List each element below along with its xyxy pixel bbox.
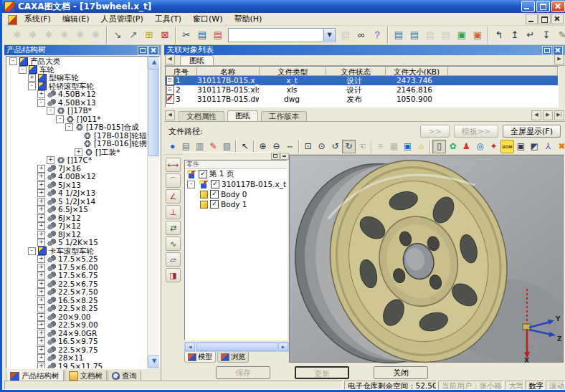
scroll-right-icon[interactable]: ▶ [278,343,288,351]
rotate-free-icon[interactable]: ↻ [342,140,356,153]
tree-expander-icon[interactable]: - [56,115,64,123]
step-up-icon[interactable]: ↥ [507,27,523,43]
tree-expander-icon[interactable]: + [37,330,45,338]
menu-item[interactable]: 工具(T) [149,13,187,25]
tree-expander-icon[interactable]: + [37,363,45,369]
archive-out-icon[interactable]: ✱ [25,27,41,43]
model-tree-item[interactable]: ✓第 1 页 [185,169,287,179]
step-return-icon[interactable]: ↵ [523,27,538,43]
search-combo-input[interactable] [229,29,323,41]
tree-expander-icon[interactable]: + [37,189,45,197]
step-back-icon[interactable]: ↰ [491,27,507,43]
model-tree-hscrollbar[interactable]: ◀ ▶ [184,342,289,352]
checkbox[interactable]: ✓ [210,200,219,209]
measure-radius-icon[interactable]: ⌒ [166,173,181,188]
template-button[interactable]: 模板>> [454,125,498,138]
tree-scrollbar[interactable]: ▲ ▼ [147,57,159,368]
combo-dropdown-icon[interactable]: ▼ [323,29,335,41]
copy-ref-icon[interactable]: ▤ [391,27,407,43]
tab-scroll-left-icon[interactable]: ◀ [165,110,175,120]
tree-expander-icon[interactable]: + [28,74,36,82]
scroll-down-icon[interactable]: ▼ [148,355,160,368]
step-down-icon[interactable]: ↧ [538,27,554,43]
shade-mode-icon[interactable]: ● [166,140,179,153]
layers-icon[interactable]: ≡ [374,140,387,153]
tree-item[interactable]: +17.5×5.25 [6,255,147,264]
new-doc-icon[interactable]: ⊞ [141,27,157,43]
tree-expander-icon[interactable]: + [37,181,45,189]
object-embed-icon[interactable]: ▣ [470,27,485,43]
measure-distance-icon[interactable]: ⟷ [166,158,181,172]
explode-icon[interactable]: ✖ [555,140,565,153]
batch-icon[interactable]: ✱ [88,27,104,43]
tree-item[interactable]: +7J×12 [6,222,147,231]
rotate-view-icon[interactable]: ↺ [328,140,342,153]
tree-expander-icon[interactable]: - [9,57,17,65]
column-header[interactable] [448,67,558,76]
model-tree-item[interactable]: ✓Body 0 [185,189,287,199]
import-doc-icon[interactable]: ↘ [110,27,125,43]
close-panel-button[interactable] [553,46,563,55]
measure-angle-icon[interactable]: ∠ [166,189,181,204]
restore-button[interactable] [536,1,550,12]
cut-icon[interactable]: ✂ [179,27,194,43]
close-button[interactable] [551,1,565,12]
tree-item[interactable]: +22.5×9.00 [6,321,147,330]
pin-panel-button[interactable] [138,46,148,55]
tree-item[interactable]: +6.5J×15 [6,206,147,214]
more-button[interactable]: >> [420,125,449,138]
user-screen-icon[interactable]: ♟ [460,140,473,153]
hide-panel-button[interactable] [280,153,289,160]
team-icon[interactable]: ✿ [446,140,460,153]
tree-expander-icon[interactable]: + [37,90,45,98]
tree-expander-icon[interactable]: + [37,280,45,288]
tree-expander-icon[interactable]: + [37,173,45,181]
model-tree-item[interactable]: ✓Body 1 [185,199,287,209]
tree-expander-icon[interactable]: - [28,82,36,90]
light-icon[interactable]: ☼ [414,140,428,153]
model-tree-item[interactable]: -✓310117B-015.x_t [185,179,287,189]
mdi-close-button[interactable] [551,14,564,24]
scroll-left-icon[interactable]: ◀ [185,343,195,351]
object-link-icon[interactable]: ▣ [454,27,470,43]
tree-expander-icon[interactable]: + [37,288,45,296]
pin-panel-button[interactable] [542,46,552,55]
tree-expander-icon[interactable]: - [19,66,27,74]
tree-expander-icon[interactable]: + [37,264,45,272]
tab-scroll-end-icon[interactable]: ▶| [554,110,564,120]
copy-struct-icon[interactable]: ▤ [407,27,422,43]
tree-expander-icon[interactable]: + [47,156,54,164]
wheel-3d-view[interactable]: X Y Z [289,155,564,363]
tree-item[interactable]: +[]17C* [6,156,147,165]
tree-item[interactable]: +22.5×8.25 [6,305,147,313]
tab-sheet[interactable]: 图纸 [180,55,214,65]
tree-item[interactable]: -[17B-015]合成 [6,123,147,132]
tree-expander-icon[interactable]: + [37,198,45,206]
tab-scroll-left-icon[interactable]: ◀ [165,54,175,64]
tree-expander-icon[interactable]: + [37,338,45,345]
monitor-icon[interactable]: ▣ [514,140,528,153]
archive-in-icon[interactable]: ✱ [9,27,25,43]
sync-icon[interactable]: ✱ [72,27,88,43]
tab-scroll-right-icon[interactable]: ▶ [554,54,564,64]
tree-expander-icon[interactable]: + [37,222,45,230]
measure-coordinate-icon[interactable]: ⊥ [166,205,181,219]
tree-expander-icon[interactable]: + [37,321,45,329]
tree-expander-icon[interactable]: + [37,231,45,239]
help-icon[interactable]: ? [369,27,385,43]
button-update[interactable]: 更新 [295,366,349,379]
pan-hand-icon[interactable]: ☜ [356,140,369,153]
assign-icon[interactable]: ✎ [554,27,565,43]
copy-icon[interactable]: ▤ [194,27,210,43]
tree-item[interactable]: +5 1/2K×15 [6,239,147,247]
target-icon[interactable]: ◎ [473,140,487,153]
column-header[interactable]: 序号 [166,67,197,76]
menu-item[interactable]: 人员管理(P) [95,13,148,25]
tree-item[interactable]: +17.5×6.75 [6,272,147,280]
tree-expander-icon[interactable]: + [37,305,45,312]
tree-expander-icon[interactable]: + [37,297,45,305]
tree-item[interactable]: +19.5×11.75 [6,363,147,370]
tree-item[interactable]: -产品大类 [6,57,147,66]
tree-item[interactable]: +4.50B×12 [6,90,147,99]
measure-report-icon[interactable]: ◨ [166,268,181,282]
